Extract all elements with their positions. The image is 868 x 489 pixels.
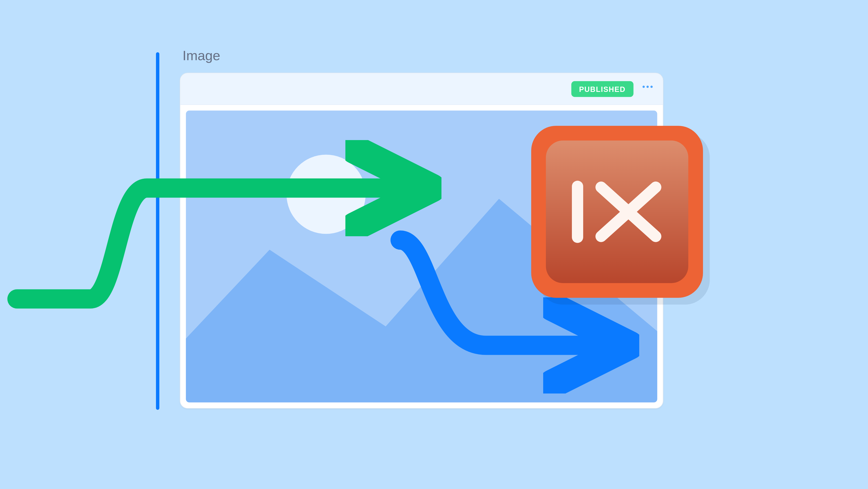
status-badge: PUBLISHED (571, 81, 633, 97)
imgix-app-badge (531, 126, 703, 298)
field-left-rule (156, 52, 159, 410)
asset-card-header: PUBLISHED (180, 73, 663, 105)
imgix-logo-icon (572, 180, 662, 243)
thumbnail-sun-icon (287, 154, 366, 234)
more-options-icon[interactable] (643, 86, 653, 88)
imgix-app-badge-inner (546, 141, 688, 283)
field-label: Image (183, 48, 220, 64)
diagram-canvas: Image PUBLISHED (0, 0, 868, 489)
